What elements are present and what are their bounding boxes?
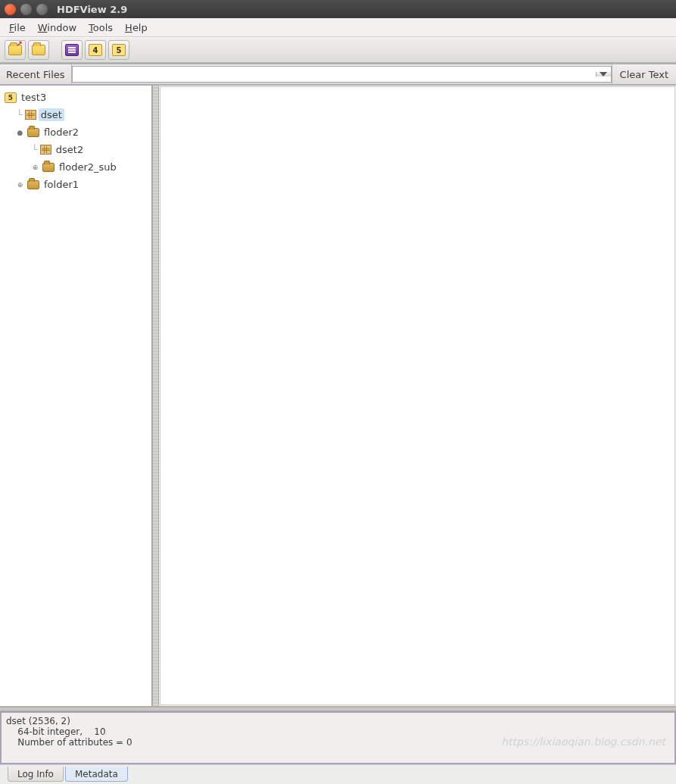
tree-toggle-expanded[interactable]: ● xyxy=(17,129,23,136)
tree-item-label: dset xyxy=(39,108,64,121)
window-close-icon[interactable] xyxy=(5,4,16,15)
tree-item-folder1[interactable]: ⊕ folder1 xyxy=(3,176,148,193)
tree-item-dset[interactable]: └ dset xyxy=(3,106,148,123)
recent-files-dropdown[interactable] xyxy=(596,72,611,77)
vertical-splitter[interactable] xyxy=(152,86,159,706)
menubar: File Window Tools Help xyxy=(0,18,676,37)
tree-item-floder2[interactable]: ● floder2 xyxy=(3,123,148,141)
tree-item-label: floder2 xyxy=(42,126,81,139)
window-maximize-icon[interactable] xyxy=(36,4,48,15)
window-title: HDFView 2.9 xyxy=(57,4,127,15)
group-icon xyxy=(27,128,39,137)
book-icon xyxy=(65,44,79,56)
dataset-icon xyxy=(40,145,51,155)
tree-pane: 5 test3 └ dset ● floder2 └ dset2 ⊕ f xyxy=(0,86,152,706)
tree-item-label: floder2_sub xyxy=(57,161,119,173)
close-file-button[interactable] xyxy=(28,40,49,60)
tree-toggle-collapsed[interactable]: ⊕ xyxy=(17,181,23,188)
content-pane xyxy=(160,86,675,705)
info-line3: Number of attributes = 0 xyxy=(6,737,132,748)
hdf5-button[interactable]: 5 xyxy=(108,40,129,60)
recent-files-input[interactable] xyxy=(73,67,596,82)
chevron-down-icon xyxy=(600,72,607,77)
menu-help[interactable]: Help xyxy=(119,20,154,35)
tree-item-label: dset2 xyxy=(54,143,86,156)
main-split: 5 test3 └ dset ● floder2 └ dset2 ⊕ f xyxy=(0,86,676,707)
tree-root-label: test3 xyxy=(19,91,48,104)
toolbar: ↗ 4 5 xyxy=(0,37,676,63)
menu-file[interactable]: File xyxy=(3,20,32,35)
menu-window[interactable]: Window xyxy=(32,20,83,35)
info-line1: dset (2536, 2) xyxy=(6,716,70,726)
hdf5-file-icon: 5 xyxy=(5,92,17,103)
group-icon xyxy=(27,180,39,189)
recent-files-combo[interactable] xyxy=(72,66,612,83)
dataset-icon xyxy=(25,110,36,120)
hdf4-icon: 4 xyxy=(89,44,102,56)
tab-metadata[interactable]: Metadata xyxy=(65,767,128,782)
tree-item-floder2-sub[interactable]: ⊕ floder2_sub xyxy=(3,158,148,176)
tree-toggle-collapsed[interactable]: ⊕ xyxy=(32,164,39,170)
tree-item-dset2[interactable]: └ dset2 xyxy=(3,141,148,158)
hdf4-button[interactable]: 4 xyxy=(85,40,106,60)
folder-icon xyxy=(32,45,45,55)
recent-files-label: Recent Files xyxy=(0,64,72,84)
help-button[interactable] xyxy=(61,40,83,60)
hdf5-icon: 5 xyxy=(112,44,126,56)
group-icon xyxy=(42,163,55,172)
titlebar: HDFView 2.9 xyxy=(0,0,676,18)
info-line2: 64-bit integer, 10 xyxy=(6,726,106,737)
bottom-tabs: Log Info Metadata xyxy=(0,764,676,784)
tree-root[interactable]: 5 test3 xyxy=(3,89,148,106)
tree-item-label: folder1 xyxy=(42,178,81,191)
window-minimize-icon[interactable] xyxy=(20,4,32,15)
clear-text-button[interactable]: Clear Text xyxy=(612,64,676,84)
open-folder-icon: ↗ xyxy=(8,45,22,55)
recent-files-bar: Recent Files Clear Text xyxy=(0,63,676,86)
tab-log-info[interactable]: Log Info xyxy=(8,767,64,782)
open-file-button[interactable]: ↗ xyxy=(5,40,26,60)
info-panel: dset (2536, 2) 64-bit integer, 10 Number… xyxy=(0,711,676,764)
menu-tools[interactable]: Tools xyxy=(83,20,119,35)
